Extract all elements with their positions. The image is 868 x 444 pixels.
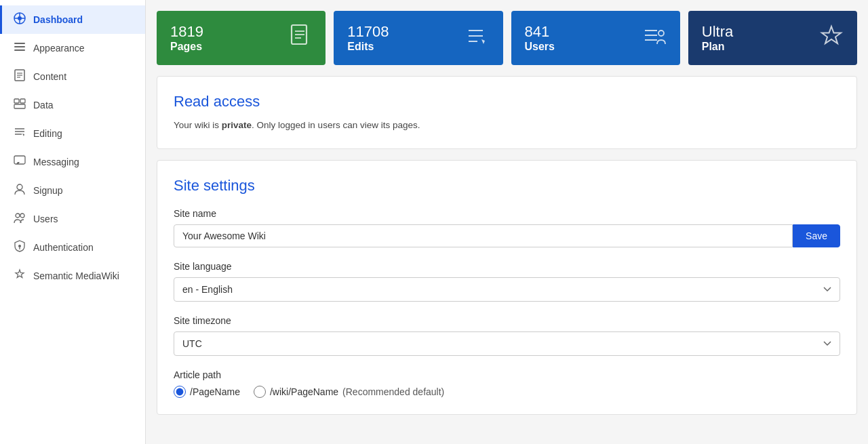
article-path-label: Article path [174,369,840,380]
svg-point-1 [18,16,22,20]
sidebar: Dashboard Appearance Content [0,0,146,444]
semantic-mediawiki-icon [13,268,26,283]
site-timezone-group: Site timezone UTC [174,315,840,356]
site-name-group: Site name Save [174,208,840,247]
site-language-label: Site language [174,261,840,272]
sidebar-item-label-content: Content [33,71,66,82]
sidebar-item-label-data: Data [33,100,54,110]
svg-rect-7 [14,46,25,47]
stat-info-edits: 11708 Edits [347,23,389,53]
stat-card-pages: 1819 Pages [157,11,326,65]
messaging-icon [13,155,26,169]
users-stat-icon [642,24,667,53]
read-access-card: Read access Your wiki is private. Only l… [157,76,857,149]
sidebar-item-editing[interactable]: Editing [0,119,145,148]
site-timezone-select[interactable]: UTC [174,331,840,356]
stat-number-pages: 1819 [170,23,203,41]
sidebar-item-dashboard[interactable]: Dashboard [0,5,145,34]
stat-info-users: 841 Users [525,23,555,53]
data-icon [13,98,26,113]
svg-rect-13 [14,99,19,103]
sidebar-item-label-semantic-mediawiki: Semantic MediaWiki [33,270,119,281]
article-path-radio-group: /PageName /wiki/PageName (Recommended de… [174,386,840,398]
site-name-row: Save [174,224,840,247]
sidebar-item-semantic-mediawiki[interactable]: Semantic MediaWiki [0,262,145,290]
main-content: 1819 Pages 11708 Edits [146,0,868,444]
svg-rect-6 [14,43,25,44]
read-access-desc-prefix: Your wiki is [174,120,222,130]
svg-rect-15 [14,104,25,108]
save-button[interactable]: Save [793,224,840,247]
article-path-option-wiki-pagename[interactable]: /wiki/PageName (Recommended default) [254,386,444,398]
stat-number-users: 841 [525,23,555,41]
svg-point-21 [16,214,20,218]
svg-point-35 [658,31,664,36]
site-settings-card: Site settings Site name Save Site langua… [157,160,857,415]
stat-info-pages: 1819 Pages [170,23,203,53]
site-settings-title: Site settings [174,177,840,195]
stat-label-pages: Pages [170,41,203,53]
site-language-select[interactable]: en - English [174,277,840,302]
sidebar-item-messaging[interactable]: Messaging [0,148,145,176]
sidebar-item-label-messaging: Messaging [33,157,79,167]
article-path-option-pagename[interactable]: /PageName [174,386,240,398]
read-access-desc-bold: private [222,120,252,130]
sidebar-item-authentication[interactable]: Authentication [0,233,145,262]
article-path-label-wiki-pagename: /wiki/PageName [270,386,338,397]
stats-row: 1819 Pages 11708 Edits [157,11,857,65]
stat-card-plan: Ultra Plan [688,11,857,65]
stat-label-plan: Plan [702,41,733,53]
stat-label-users: Users [525,41,555,53]
article-path-note: (Recommended default) [342,386,444,397]
site-name-label: Site name [174,208,840,219]
stat-info-plan: Ultra Plan [702,23,733,53]
svg-rect-19 [14,156,25,164]
plan-icon [819,24,844,53]
read-access-desc: Your wiki is private. Only logged in use… [174,119,840,132]
users-icon [13,211,26,226]
sidebar-item-content[interactable]: Content [0,62,145,91]
signup-icon [13,183,26,198]
article-path-radio-pagename[interactable] [174,386,186,398]
article-path-label-pagename: /PageName [190,386,240,397]
sidebar-item-label-editing: Editing [33,128,62,139]
dashboard-icon [13,12,26,27]
stat-card-edits: 11708 Edits [334,11,502,65]
content-icon [13,69,26,84]
pages-icon [288,24,312,53]
site-timezone-label: Site timezone [174,315,840,326]
svg-rect-14 [20,99,25,103]
read-access-desc-suffix: . Only logged in users can view its page… [252,120,420,130]
sidebar-item-appearance[interactable]: Appearance [0,34,145,62]
appearance-icon [13,41,26,56]
article-path-group: Article path /PageName /wiki/PageName (R… [174,369,840,398]
stat-card-users: 841 Users [511,11,680,65]
site-language-group: Site language en - English [174,261,840,302]
svg-point-23 [18,245,21,247]
site-name-input[interactable] [174,224,793,247]
article-path-radio-wiki-pagename[interactable] [254,386,266,398]
authentication-icon [13,240,26,255]
svg-point-20 [17,184,22,190]
stat-number-edits: 11708 [347,23,389,41]
editing-icon [13,126,26,141]
edits-icon [465,24,490,53]
svg-rect-8 [14,49,25,51]
sidebar-item-label-dashboard: Dashboard [33,14,83,25]
svg-point-22 [20,214,24,218]
stat-label-edits: Edits [347,41,389,53]
sidebar-item-label-appearance: Appearance [33,43,85,54]
sidebar-item-users[interactable]: Users [0,205,145,233]
sidebar-item-data[interactable]: Data [0,91,145,119]
stat-number-plan: Ultra [702,23,733,41]
sidebar-item-label-authentication: Authentication [33,242,94,253]
sidebar-item-label-signup: Signup [33,185,63,196]
sidebar-item-signup[interactable]: Signup [0,176,145,205]
read-access-title: Read access [174,93,840,110]
sidebar-item-label-users: Users [33,214,58,224]
